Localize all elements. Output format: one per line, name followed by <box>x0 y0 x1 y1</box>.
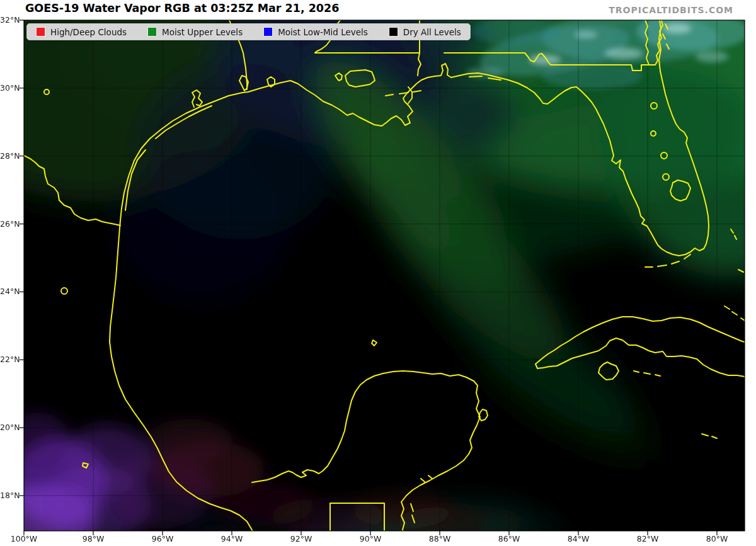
page-title: GOES-19 Water Vapor RGB at 03:25Z Mar 21… <box>25 2 339 14</box>
lat-tick-label: 18°N <box>0 491 20 500</box>
site-watermark: TROPICALTIDBITS.COM <box>609 5 733 15</box>
red-swatch-icon <box>36 27 45 37</box>
legend-item: Dry All Levels <box>389 27 461 37</box>
lon-tick-label: 94°W <box>214 534 249 543</box>
satellite-image-page: GOES-19 Water Vapor RGB at 03:25Z Mar 21… <box>0 0 756 546</box>
lat-tick-label: 24°N <box>0 287 20 296</box>
legend-item: High/Deep Clouds <box>36 27 127 37</box>
lon-tick-label: 80°W <box>699 534 735 543</box>
lat-tick-label: 26°N <box>0 219 20 229</box>
legend-label: Moist Upper Levels <box>162 27 243 37</box>
lon-tick-label: 92°W <box>284 534 319 543</box>
lat-tick-label: 30°N <box>0 83 20 93</box>
lon-tick-label: 90°W <box>353 534 388 543</box>
lat-tick-label: 32°N <box>0 15 20 25</box>
legend-label: High/Deep Clouds <box>50 27 127 37</box>
legend-label: Dry All Levels <box>403 27 461 37</box>
lon-tick-label: 100°W <box>6 534 42 543</box>
lon-tick-label: 98°W <box>76 534 111 543</box>
lat-tick-label: 22°N <box>0 355 20 364</box>
color-legend: High/Deep CloudsMoist Upper LevelsMoist … <box>26 23 471 40</box>
satellite-map-canvas <box>0 0 756 546</box>
lat-tick-label: 28°N <box>0 151 20 161</box>
lon-tick-label: 88°W <box>422 534 457 543</box>
legend-item: Moist Upper Levels <box>147 27 243 37</box>
black-swatch-icon <box>389 27 398 37</box>
green-swatch-icon <box>147 27 157 37</box>
legend-label: Moist Low-Mid Levels <box>278 27 368 37</box>
lon-tick-label: 86°W <box>491 534 527 543</box>
lat-tick-label: 20°N <box>0 423 20 432</box>
blue-swatch-icon <box>263 27 273 37</box>
lon-tick-label: 84°W <box>561 534 596 543</box>
lon-tick-label: 96°W <box>145 534 180 543</box>
legend-item: Moist Low-Mid Levels <box>263 27 368 37</box>
lon-tick-label: 82°W <box>630 534 665 543</box>
